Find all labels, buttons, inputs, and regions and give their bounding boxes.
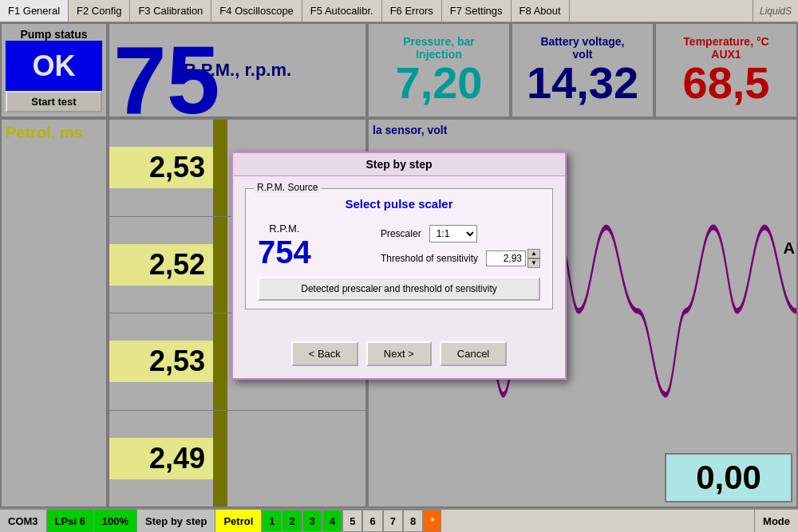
menu-f6[interactable]: F6 Errors: [382, 0, 442, 22]
rpm-row-label: R.P.M.: [269, 223, 299, 234]
status-mode: Mode: [754, 510, 798, 532]
status-channel-1[interactable]: 1: [262, 510, 282, 532]
prescaler-select[interactable]: 1:1 1:2 1:4: [429, 225, 477, 242]
rpm-source-label: R.P.M. Source: [254, 182, 321, 193]
status-petrol: Petrol: [215, 510, 262, 532]
status-channel-4[interactable]: 4: [322, 510, 342, 532]
menu-bar: F1 General F2 Config F3 Calibration F4 O…: [0, 0, 798, 22]
prescaler-label: Prescaler: [381, 228, 421, 239]
status-channel-2[interactable]: 2: [282, 510, 302, 532]
status-lpsi: LPsi 6: [47, 510, 94, 532]
modal-body: R.P.M. Source Select pulse scaler R.P.M.…: [233, 176, 565, 333]
status-channel-8[interactable]: 8: [403, 510, 423, 532]
menu-f2[interactable]: F2 Config: [69, 0, 130, 22]
modal-title: Step by step: [233, 153, 565, 176]
menu-f1[interactable]: F1 General: [0, 0, 69, 22]
status-channel-3[interactable]: 3: [302, 510, 322, 532]
app-logo: LiquidS: [753, 0, 798, 22]
threshold-label: Threshold of sensitivity: [381, 253, 478, 264]
menu-f5[interactable]: F5 Autocalibr.: [302, 0, 382, 22]
threshold-input[interactable]: [486, 250, 526, 266]
status-step: Step by step: [137, 510, 215, 532]
modal-overlay: Step by step R.P.M. Source Select pulse …: [0, 22, 798, 508]
cancel-button[interactable]: Cancel: [440, 341, 507, 366]
menu-f8[interactable]: F8 About: [512, 0, 570, 22]
status-channel-5[interactable]: 5: [342, 510, 362, 532]
status-pct: 100%: [94, 510, 137, 532]
status-channel-6[interactable]: 6: [362, 510, 382, 532]
rpm-source-group: R.P.M. Source Select pulse scaler R.P.M.…: [245, 188, 553, 309]
back-button[interactable]: < Back: [291, 341, 358, 366]
next-button[interactable]: Next >: [366, 341, 432, 366]
threshold-up-button[interactable]: ▲: [527, 249, 540, 258]
modal-footer: < Back Next > Cancel: [233, 333, 565, 378]
detect-prescaler-button[interactable]: Detected prescaler and threshold of sens…: [258, 277, 540, 301]
status-channel-7[interactable]: 7: [383, 510, 403, 532]
threshold-down-button[interactable]: ▼: [527, 258, 540, 268]
status-bar: COM3 LPsi 6 100% Step by step Petrol 1 2…: [0, 508, 798, 532]
menu-f4[interactable]: F4 Oscilloscope: [211, 0, 302, 22]
threshold-spinner[interactable]: ▲ ▼: [527, 249, 540, 268]
menu-f3[interactable]: F3 Calibration: [130, 0, 211, 22]
status-com: COM3: [0, 510, 47, 532]
menu-f7[interactable]: F7 Settings: [442, 0, 512, 22]
rpm-display-value: 754: [258, 234, 311, 270]
step-by-step-dialog: Step by step R.P.M. Source Select pulse …: [231, 152, 567, 380]
status-channel-star[interactable]: *: [423, 510, 441, 532]
select-pulse-scaler-title: Select pulse scaler: [258, 197, 540, 211]
